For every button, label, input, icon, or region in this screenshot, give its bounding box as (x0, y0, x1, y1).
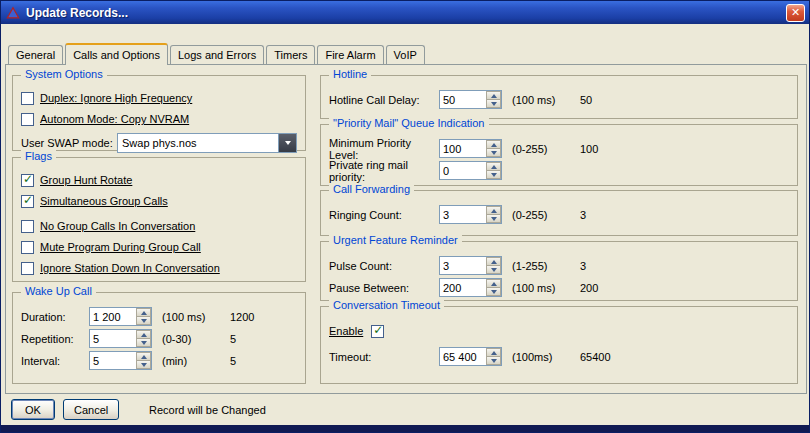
tab-logs-and-errors[interactable]: Logs and Errors (170, 45, 264, 64)
duration-spinner[interactable] (89, 307, 152, 326)
checkbox-row-no-group-calls[interactable]: No Group Calls In Conversation (21, 218, 297, 234)
spinner-buttons[interactable] (136, 330, 151, 347)
checkbox-label: Group Hunt Rotate (40, 174, 132, 186)
spin-up-icon[interactable] (136, 352, 151, 361)
spinner-buttons[interactable] (486, 348, 501, 365)
spin-down-icon[interactable] (486, 215, 501, 223)
checkbox-row-autonom[interactable]: Autonom Mode: Copy NVRAM (21, 111, 297, 127)
spinner-buttons[interactable] (486, 162, 501, 179)
spin-up-icon[interactable] (486, 348, 501, 357)
ringing-count-spinner[interactable] (439, 205, 502, 224)
interval-input[interactable] (90, 352, 136, 369)
cancel-button[interactable]: Cancel (63, 399, 119, 420)
footer: OK Cancel Record will be Changed (11, 399, 799, 420)
spin-down-icon[interactable] (486, 100, 501, 108)
spin-up-icon[interactable] (486, 162, 501, 171)
timeout-spinner[interactable] (439, 347, 502, 366)
no-group-calls-checkbox[interactable] (21, 220, 34, 233)
pulse-count-input[interactable] (440, 257, 486, 274)
spin-down-icon[interactable] (486, 288, 501, 296)
spinner-buttons[interactable] (136, 352, 151, 369)
interval-row: Interval: (min) 5 (21, 351, 297, 370)
interval-current: 5 (230, 355, 236, 367)
tab-general[interactable]: General (8, 45, 63, 64)
checkbox-row-ignore-station-down[interactable]: Ignore Station Down In Conversation (21, 260, 297, 276)
group-title: Flags (21, 150, 56, 162)
min-priority-current: 100 (580, 143, 598, 155)
duration-label: Duration: (21, 311, 89, 323)
repetition-current: 5 (230, 333, 236, 345)
duration-current: 1200 (230, 311, 254, 323)
ok-button[interactable]: OK (11, 399, 55, 420)
interval-spinner[interactable] (89, 351, 152, 370)
min-priority-input[interactable] (440, 140, 486, 157)
ringing-count-label: Ringing Count: (329, 209, 439, 221)
duration-input[interactable] (90, 308, 136, 325)
repetition-input[interactable] (90, 330, 136, 347)
pause-between-input[interactable] (440, 279, 486, 296)
private-ring-input[interactable] (440, 162, 486, 179)
min-priority-label: Minimum Priority Level: (329, 137, 439, 161)
chevron-down-icon[interactable] (278, 134, 296, 152)
timeout-label: Timeout: (329, 351, 439, 363)
checkbox-row-group-hunt[interactable]: Group Hunt Rotate (21, 172, 297, 188)
private-ring-spinner[interactable] (439, 161, 502, 180)
spinner-buttons[interactable] (486, 279, 501, 296)
enable-row[interactable]: Enable (329, 323, 789, 339)
group-hunt-checkbox[interactable] (21, 174, 34, 187)
hotline-delay-row: Hotline Call Delay: (100 ms) 50 (329, 90, 789, 109)
hotline-delay-input[interactable] (440, 91, 486, 108)
pulse-count-spinner[interactable] (439, 256, 502, 275)
timeout-input[interactable] (440, 348, 486, 365)
spin-down-icon[interactable] (486, 357, 501, 365)
ignore-station-down-checkbox[interactable] (21, 262, 34, 275)
close-button[interactable]: ✕ (786, 4, 805, 22)
spin-down-icon[interactable] (136, 317, 151, 325)
tab-fire-alarm[interactable]: Fire Alarm (317, 45, 383, 64)
group-title: Urgent Feature Reminder (329, 234, 462, 246)
spinner-buttons[interactable] (486, 140, 501, 157)
spinner-buttons[interactable] (486, 206, 501, 223)
ringing-count-row: Ringing Count: (0-255) 3 (329, 205, 789, 224)
ringing-count-input[interactable] (440, 206, 486, 223)
checkbox-label: Mute Program During Group Call (40, 241, 201, 253)
group-flags: Flags Group Hunt Rotate Simultaneous Gro… (12, 157, 306, 282)
spin-down-icon[interactable] (486, 266, 501, 274)
spinner-buttons[interactable] (486, 91, 501, 108)
spin-down-icon[interactable] (136, 339, 151, 347)
spin-up-icon[interactable] (136, 308, 151, 317)
tab-calls-and-options[interactable]: Calls and Options (65, 43, 168, 65)
min-priority-spinner[interactable] (439, 139, 502, 158)
mute-program-checkbox[interactable] (21, 241, 34, 254)
spin-down-icon[interactable] (486, 149, 501, 157)
swap-mode-dropdown[interactable]: Swap phys.nos (117, 133, 297, 153)
spinner-buttons[interactable] (136, 308, 151, 325)
simultaneous-calls-checkbox[interactable] (21, 195, 34, 208)
spin-down-icon[interactable] (136, 361, 151, 369)
spin-up-icon[interactable] (486, 257, 501, 266)
repetition-hint: (0-30) (162, 333, 218, 345)
repetition-spinner[interactable] (89, 329, 152, 348)
status-text: Record will be Changed (149, 404, 266, 416)
enable-checkbox[interactable] (371, 325, 384, 338)
tab-strip: General Calls and Options Logs and Error… (8, 45, 427, 65)
spin-up-icon[interactable] (486, 91, 501, 100)
spin-up-icon[interactable] (486, 279, 501, 288)
spin-up-icon[interactable] (136, 330, 151, 339)
spin-up-icon[interactable] (486, 206, 501, 215)
spin-up-icon[interactable] (486, 140, 501, 149)
duplex-checkbox[interactable] (21, 92, 34, 105)
pause-between-spinner[interactable] (439, 278, 502, 297)
pause-between-current: 200 (580, 282, 598, 294)
autonom-checkbox[interactable] (21, 113, 34, 126)
spin-down-icon[interactable] (486, 171, 501, 179)
checkbox-row-mute-program[interactable]: Mute Program During Group Call (21, 239, 297, 255)
checkbox-row-simultaneous[interactable]: Simultaneous Group Calls (21, 193, 297, 209)
tab-timers[interactable]: Timers (266, 45, 315, 64)
repetition-label: Repetition: (21, 333, 89, 345)
checkbox-row-duplex[interactable]: Duplex: Ignore High Frequency (21, 90, 297, 106)
interval-label: Interval: (21, 355, 89, 367)
hotline-delay-spinner[interactable] (439, 90, 502, 109)
tab-voip[interactable]: VoIP (386, 45, 425, 64)
spinner-buttons[interactable] (486, 257, 501, 274)
